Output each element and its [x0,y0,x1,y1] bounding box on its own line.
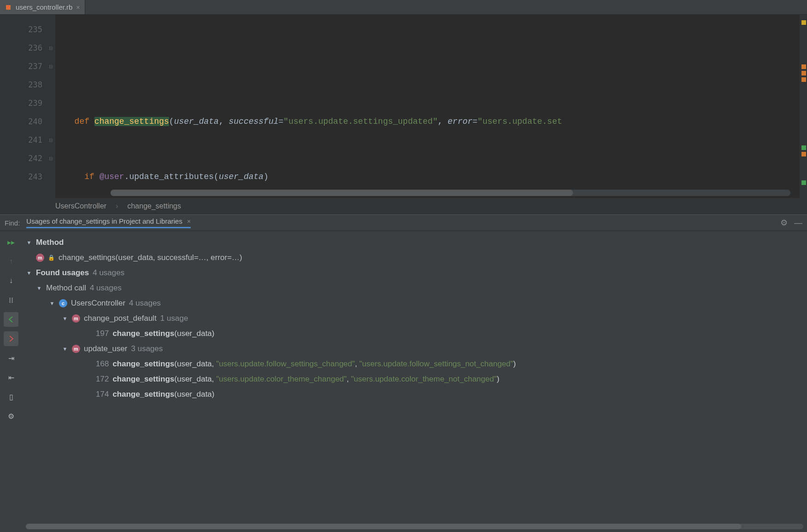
breadcrumb-item[interactable]: UsersController [55,202,106,210]
code-line: if @user.update_attributes(user_data) [64,168,800,186]
code-line: def change_settings(user_data, successfu… [64,112,800,131]
chevron-down-icon[interactable]: ▼ [49,301,55,306]
code-line [64,57,800,75]
fold-gutter: ⊟ ⊟ ⊟ ⊟ [46,15,55,198]
prev-occurrence-button[interactable] [4,312,18,327]
error-marker-icon[interactable] [801,152,806,156]
group-button[interactable]: ⁞⁞ [4,293,18,307]
chevron-down-icon[interactable]: ▼ [62,316,68,321]
usage-count: 4 usages [93,268,124,278]
find-label: Find: [5,219,20,227]
line-number: 241 [0,131,42,149]
category-label: Method call [46,283,86,293]
usage-count: 1 usage [160,314,188,323]
line-number: 235 [0,20,42,39]
tree-node[interactable]: ▼ c UsersController 4 usages [22,295,807,311]
ok-marker-icon[interactable] [801,180,806,185]
line-number: 197 [96,329,109,338]
fold-marker-icon[interactable]: ⊟ [46,39,55,57]
chevron-down-icon[interactable]: ▼ [36,285,42,291]
chevron-down-icon[interactable]: ▼ [26,270,32,276]
chevron-down-icon[interactable]: ▼ [62,346,68,352]
find-tab[interactable]: Usages of change_settings in Project and… [26,217,191,228]
collapse-all-button[interactable]: ⇤ [4,370,18,385]
horizontal-scrollbar[interactable] [26,524,803,529]
line-number: 239 [0,94,42,112]
usage-count: 4 usages [129,299,161,308]
line-number: 243 [0,168,42,186]
expand-all-button[interactable]: ⇥ [4,351,18,365]
editor-tab[interactable]: users_controller.rb × [0,0,85,14]
line-number: 237 [0,57,42,75]
lock-icon: 🔒 [48,254,55,261]
method-badge-icon: m [72,314,80,323]
fold-marker-icon[interactable]: ⊟ [46,131,55,149]
method-signature: change_settings(user_data, successful=…,… [58,253,242,262]
method-badge-icon: m [36,254,44,262]
line-number-gutter: 235 236 237 238 239 240 241 242 243 [0,15,46,198]
class-name: UsersController [71,299,125,308]
fold-marker-icon[interactable]: ⊟ [46,149,55,168]
class-badge-icon: c [59,299,67,307]
results-toolbar: ▸▸ ↑ ↓ ⁞⁞ ⇥ ⇤ ▯ ⚙ [0,231,22,532]
method-name: update_user [84,344,128,353]
find-panel: Find: Usages of change_settings in Proje… [0,214,807,231]
scrollbar-thumb[interactable] [26,524,741,529]
line-number: 236 [0,39,42,57]
find-results: ▸▸ ↑ ↓ ⁞⁞ ⇥ ⇤ ▯ ⚙ ▼ Method m 🔒 change_se… [0,231,807,532]
tree-node[interactable]: ▼ Method call 4 usages [22,280,807,295]
rerun-button[interactable]: ▸▸ [4,235,18,249]
usage-row[interactable]: 172 change_settings(user_data, "users.up… [22,371,807,387]
line-number: 238 [0,75,42,94]
close-icon[interactable]: × [76,4,80,11]
chevron-right-icon: › [116,202,118,210]
method-badge-icon: m [72,345,80,353]
method-name: change_post_default [84,314,157,323]
error-marker-icon[interactable] [801,64,806,69]
error-marker-icon[interactable] [801,77,806,82]
tree-node[interactable]: m 🔒 change_settings(user_data, successfu… [22,250,807,265]
breadcrumb: UsersController › change_settings [0,198,807,214]
chevron-down-icon[interactable]: ▼ [26,240,32,245]
fold-marker-icon[interactable]: ⊟ [46,57,55,75]
next-occurrence-button[interactable] [4,331,18,346]
settings-button[interactable]: ⚙ [4,409,18,423]
breadcrumb-item[interactable]: change_settings [127,202,181,210]
gear-icon[interactable]: ⚙ [780,218,788,228]
line-number: 240 [0,112,42,131]
preview-button[interactable]: ▯ [4,389,18,404]
line-number: 172 [96,375,109,384]
usages-tree[interactable]: ▼ Method m 🔒 change_settings(user_data, … [22,231,807,532]
usage-count: 3 usages [131,344,163,353]
line-number: 174 [96,390,109,399]
warning-marker-icon[interactable] [801,20,806,25]
close-icon[interactable]: × [187,218,191,225]
usage-row[interactable]: 174 change_settings(user_data) [22,387,807,402]
prev-button[interactable]: ↑ [4,254,18,269]
section-header: Method [36,238,64,247]
tree-node[interactable]: ▼ Found usages 4 usages [22,265,807,280]
minimize-icon[interactable]: — [794,218,802,228]
marker-bar[interactable] [800,15,807,198]
ruby-file-icon [5,4,12,11]
section-header: Found usages [36,268,89,278]
usage-row[interactable]: 197 change_settings(user_data) [22,326,807,341]
usage-count: 4 usages [90,283,122,293]
tree-node[interactable]: ▼ m change_post_default 1 usage [22,311,807,326]
find-tab-title: Usages of change_settings in Project and… [26,217,182,225]
code-area[interactable]: def change_settings(user_data, successfu… [55,15,800,198]
tree-node[interactable]: ▼ m update_user 3 usages [22,341,807,356]
line-number: 242 [0,149,42,168]
scrollbar-thumb[interactable] [111,190,573,196]
tab-filename: users_controller.rb [16,3,72,11]
tab-bar: users_controller.rb × [0,0,807,15]
tree-node[interactable]: ▼ Method [22,235,807,250]
horizontal-scrollbar[interactable] [111,190,790,196]
line-number: 168 [96,359,109,369]
code-editor[interactable]: 235 236 237 238 239 240 241 242 243 ⊟ ⊟ … [0,15,807,198]
next-button[interactable]: ↓ [4,273,18,288]
ok-marker-icon[interactable] [801,145,806,150]
usage-row[interactable]: 168 change_settings(user_data, "users.up… [22,356,807,371]
error-marker-icon[interactable] [801,71,806,75]
